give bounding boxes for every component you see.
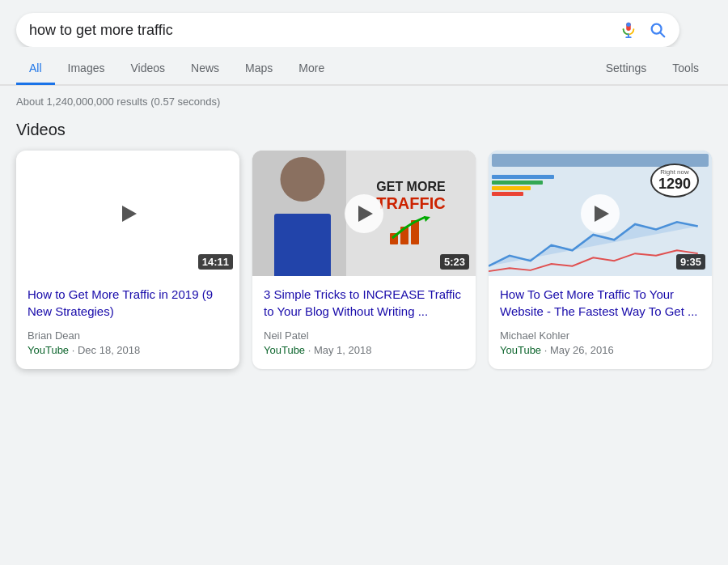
video-source-dash-1: · [72,344,78,356]
video-info-2: 3 Simple Tricks to INCREASE Traffic to Y… [252,276,476,369]
search-input[interactable] [29,22,620,39]
video-card-1: BACKLINKO GET MORE TRAFFIC (2019) [16,151,239,369]
video-duration-3: 9:35 [676,254,705,270]
thumb2-title-line1: GET MORE [376,179,445,194]
main-content: About 1,240,000,000 results (0.57 second… [0,86,728,379]
video-source-name-1: YouTube [28,344,69,356]
thumb2-title-line2: TRAFFIC [376,194,446,212]
video-source-3: YouTube · May 26, 2016 [500,344,700,356]
nav-item-maps[interactable]: Maps [232,53,286,85]
video-title-1[interactable]: How to Get More Traffic in 2019 (9 New S… [28,286,228,320]
video-source-name-3: YouTube [500,344,541,356]
videos-grid: BACKLINKO GET MORE TRAFFIC (2019) [16,151,712,369]
video-thumb-1[interactable]: BACKLINKO GET MORE TRAFFIC (2019) [16,151,239,276]
video-date-2: May 1, 2018 [314,344,372,356]
video-source-2: YouTube · May 1, 2018 [264,344,464,356]
video-info-1: How to Get More Traffic in 2019 (9 New S… [16,276,239,369]
nav-item-videos[interactable]: Videos [117,53,178,85]
video-thumb-3[interactable]: Right now 1290 [489,151,712,276]
video-date-3: May 26, 2016 [550,344,614,356]
video-card-3: Right now 1290 [489,151,712,369]
results-count: About 1,240,000,000 results (0.57 second… [16,96,712,108]
nav-item-news[interactable]: News [178,53,232,85]
thumb2-arrow-chart [388,215,433,248]
play-button-3[interactable] [581,194,620,233]
play-button-1[interactable] [108,194,147,233]
video-duration-1: 14:11 [198,254,233,270]
thumb3-oval-number: 1290 [658,176,691,193]
nav-item-settings[interactable]: Settings [593,53,660,85]
svg-line-5 [660,32,664,36]
play-triangle-1 [122,206,137,222]
video-author-2: Neil Patel [264,329,464,342]
thumb3-oval-label: Right now [658,168,691,176]
video-title-3[interactable]: How To Get More Traffic To Your Website … [500,286,700,320]
nav-item-images[interactable]: Images [55,53,118,85]
search-bar [16,13,679,47]
svg-marker-9 [424,216,430,222]
nav-item-more[interactable]: More [286,53,337,85]
svg-rect-1 [626,23,631,27]
video-thumb-2[interactable]: GET MORE TRAFFIC [252,151,476,276]
mic-icon[interactable] [620,21,637,39]
nav-right: Settings Tools [593,53,712,84]
navigation-bar: All Images Videos News Maps More Setting… [0,47,728,85]
video-title-2[interactable]: 3 Simple Tricks to INCREASE Traffic to Y… [264,286,464,320]
video-source-dash-3: · [544,344,550,356]
play-button-2[interactable] [345,194,383,233]
nav-item-tools[interactable]: Tools [659,53,712,85]
nav-item-all[interactable]: All [16,53,55,85]
play-triangle-3 [595,206,609,222]
video-author-1: Brian Dean [28,329,228,342]
video-date-1: Dec 18, 2018 [78,344,140,356]
videos-section-title: Videos [16,121,712,139]
thumb1-line1: GET MORE [34,262,90,276]
nav-left: All Images Videos News Maps More [16,53,337,84]
search-icon[interactable] [649,21,667,39]
video-duration-2: 5:23 [440,254,469,270]
video-source-1: YouTube · Dec 18, 2018 [28,344,228,356]
video-source-dash-2: · [308,344,314,356]
play-triangle-2 [358,206,373,222]
video-author-3: Michael Kohler [500,329,700,342]
video-card-2: GET MORE TRAFFIC [252,151,476,369]
video-source-name-2: YouTube [264,344,305,356]
video-info-3: How To Get More Traffic To Your Website … [489,276,712,369]
